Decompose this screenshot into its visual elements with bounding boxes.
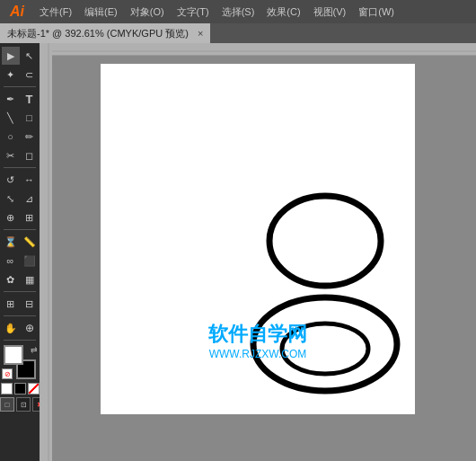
ruler-h-svg xyxy=(52,43,476,55)
artwork-svg xyxy=(235,169,415,403)
fullscreen-mode-icon[interactable]: ⊡ xyxy=(16,397,31,412)
tool-row-rotate: ↺ ↔ xyxy=(0,171,40,189)
tool-row-hand: ✋ ⊕ xyxy=(0,319,40,337)
toolbar-divider-2 xyxy=(4,167,36,168)
selection-tool[interactable]: ▶ xyxy=(2,47,20,65)
menu-edit[interactable]: 编辑(E) xyxy=(79,4,123,21)
lasso-tool[interactable]: ⊂ xyxy=(21,66,39,84)
shear-tool[interactable]: ⊿ xyxy=(21,190,39,208)
magic-wand-tool[interactable]: ✦ xyxy=(2,66,20,84)
measure-tool[interactable]: 📏 xyxy=(21,233,39,251)
main-area: ▶ ↖ ✦ ⊂ ✒ T ╲ □ ○ ✏ ✂ ◻ ↺ ↔ ⤡ xyxy=(0,43,476,461)
menu-select[interactable]: 选择(S) xyxy=(216,4,260,21)
tool-row-scale: ⤡ ⊿ xyxy=(0,190,40,208)
tab-bar: 未标题-1* @ 392.61% (CMYK/GPU 预览) × xyxy=(0,23,476,43)
rotate-tool[interactable]: ↺ xyxy=(2,171,20,189)
artboard-tool[interactable]: ⊞ xyxy=(2,295,20,313)
view-mode-icons: □ ⊡ ✖ xyxy=(0,397,40,412)
symbol-sprayer-tool[interactable]: ✿ xyxy=(2,270,20,288)
zoom-tool[interactable]: ⊕ xyxy=(21,319,39,337)
gradient-tool[interactable]: ⬛ xyxy=(21,252,39,270)
ruler-v-svg xyxy=(40,43,52,461)
fill-color[interactable] xyxy=(4,345,23,365)
tool-row-eyedropper: ⌛ 📏 xyxy=(0,233,40,251)
tool-row-ellipse: ○ ✏ xyxy=(0,128,40,146)
eraser-tool[interactable]: ◻ xyxy=(21,146,39,164)
svg-point-4 xyxy=(269,196,381,286)
watermark-title: 软件自学网 xyxy=(208,321,307,348)
white-swatch[interactable] xyxy=(1,383,13,395)
menu-bar: 文件(F) 编辑(E) 对象(O) 文字(T) 选择(S) 效果(C) 视图(V… xyxy=(34,4,471,21)
reflect-tool[interactable]: ↔ xyxy=(21,171,39,189)
menu-object[interactable]: 对象(O) xyxy=(125,4,170,21)
color-area: ⇄ ⊘ xyxy=(2,345,38,379)
eyedropper-tool[interactable]: ⌛ xyxy=(2,233,20,251)
default-colors xyxy=(1,383,40,395)
tab-title: 未标题-1* @ 392.61% (CMYK/GPU 预览) xyxy=(7,27,189,40)
ellipse-tool[interactable]: ○ xyxy=(2,128,20,146)
artboard: 软件自学网 WWW.RJZXW.COM xyxy=(101,64,415,414)
menu-file[interactable]: 文件(F) xyxy=(34,4,77,21)
toolbar-divider-1 xyxy=(4,86,36,87)
menu-window[interactable]: 窗口(W) xyxy=(353,4,400,21)
ruler-horizontal xyxy=(40,43,476,56)
type-tool[interactable]: T xyxy=(21,90,39,108)
menu-view[interactable]: 视图(V) xyxy=(308,4,352,21)
none-swatch[interactable] xyxy=(28,383,40,395)
line-tool[interactable]: ╲ xyxy=(2,109,20,127)
free-transform-tool[interactable]: ⊞ xyxy=(21,208,39,226)
tool-row-blend: ∞ ⬛ xyxy=(0,252,40,270)
swap-colors-icon[interactable]: ⇄ xyxy=(31,345,38,354)
left-toolbar: ▶ ↖ ✦ ⊂ ✒ T ╲ □ ○ ✏ ✂ ◻ ↺ ↔ ⤡ xyxy=(0,43,40,461)
toolbar-divider-5 xyxy=(4,315,36,316)
toolbar-divider-3 xyxy=(4,229,36,230)
blend-tool[interactable]: ∞ xyxy=(2,252,20,270)
document-tab[interactable]: 未标题-1* @ 392.61% (CMYK/GPU 预览) × xyxy=(0,23,210,43)
svg-rect-0 xyxy=(52,43,476,55)
app-logo: Ai xyxy=(5,4,29,20)
rect-tool[interactable]: □ xyxy=(21,109,39,127)
pen-tool[interactable]: ✒ xyxy=(2,90,20,108)
tab-close-button[interactable]: × xyxy=(198,28,203,39)
hand-tool[interactable]: ✋ xyxy=(2,319,20,337)
menu-type[interactable]: 文字(T) xyxy=(172,4,215,21)
toolbar-divider-6 xyxy=(4,340,36,341)
scissors-tool[interactable]: ✂ xyxy=(2,146,20,164)
tool-row-magic: ✦ ⊂ xyxy=(0,66,40,84)
tool-row-line: ╲ □ xyxy=(0,109,40,127)
normal-mode-icon[interactable]: □ xyxy=(0,397,14,412)
direct-selection-tool[interactable]: ↖ xyxy=(21,47,39,65)
toolbar-divider-4 xyxy=(4,291,36,292)
svg-rect-2 xyxy=(40,43,52,461)
gpu-mode-icon[interactable]: ✖ xyxy=(32,397,40,412)
canvas-area: 软件自学网 WWW.RJZXW.COM xyxy=(40,43,476,461)
tool-row-selection: ▶ ↖ xyxy=(0,47,40,65)
menu-effect[interactable]: 效果(C) xyxy=(261,4,305,21)
slice-tool[interactable]: ⊟ xyxy=(21,295,39,313)
warp-tool[interactable]: ⊕ xyxy=(2,208,20,226)
tool-row-pen: ✒ T xyxy=(0,90,40,108)
none-color-icon[interactable]: ⊘ xyxy=(2,368,13,379)
scale-tool[interactable]: ⤡ xyxy=(2,190,20,208)
title-bar: Ai 文件(F) 编辑(E) 对象(O) 文字(T) 选择(S) 效果(C) 视… xyxy=(0,0,476,23)
ruler-vertical xyxy=(40,43,52,461)
watermark-url: WWW.RJZXW.COM xyxy=(208,348,307,360)
watermark: 软件自学网 WWW.RJZXW.COM xyxy=(208,321,307,360)
tool-row-scissors: ✂ ◻ xyxy=(0,146,40,164)
column-graph-tool[interactable]: ▦ xyxy=(21,270,39,288)
brush-tool[interactable]: ✏ xyxy=(21,128,39,146)
tool-row-artboard: ⊞ ⊟ xyxy=(0,295,40,313)
tool-row-warp: ⊕ ⊞ xyxy=(0,208,40,226)
black-swatch[interactable] xyxy=(14,383,26,395)
tool-row-symbol: ✿ ▦ xyxy=(0,270,40,288)
